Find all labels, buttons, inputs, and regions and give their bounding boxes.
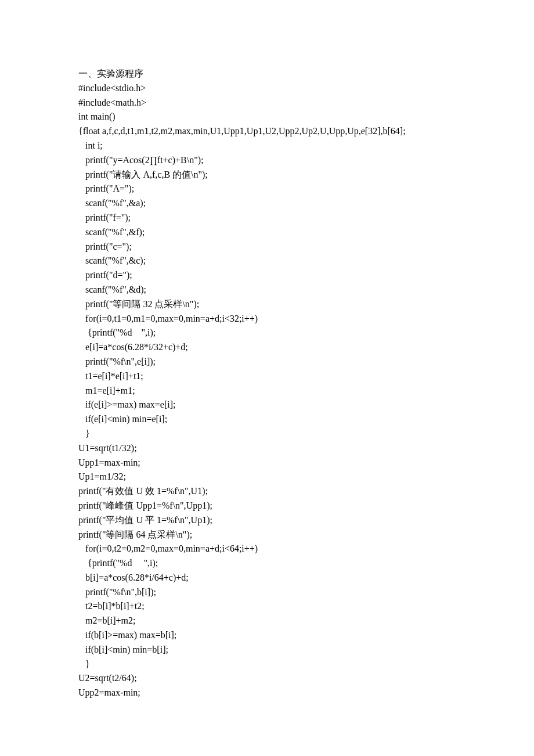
code-line: t2=b[i]*b[i]+t2; [78,599,456,614]
code-line: scanf("%f",&f); [78,225,456,240]
code-line: if(b[i]<min) min=b[i]; [78,643,456,657]
code-line: printf("请输入 A,f,c,B 的值\n"); [78,168,456,182]
code-line: Up1=m1/32; [78,470,456,484]
code-line: 一、实验源程序 [78,67,456,81]
code-block: 一、实验源程序#include<stdio.h>#include<math.h>… [78,67,456,700]
code-line: printf("%f\n",b[i]); [78,585,456,600]
code-line: printf("等间隔 32 点采样\n"); [78,297,456,312]
code-line: printf("%f\n",e[i]); [78,355,456,369]
code-line: } [78,657,456,672]
code-line: if(e[i]<min) min=e[i]; [78,412,456,427]
code-line: printf("d="); [78,268,456,283]
code-line: printf("平均值 U 平 1=%f\n",Up1); [78,513,456,528]
code-line: {float a,f,c,d,t1,m1,t2,m2,max,min,U1,Up… [78,124,456,139]
code-line: {printf("%d ",i); [78,556,456,571]
code-line: scanf("%f",&a); [78,196,456,211]
code-line: printf("等间隔 64 点采样\n"); [78,528,456,542]
code-line: printf("峰峰值 Upp1=%f\n",Upp1); [78,499,456,513]
code-line: m2=b[i]+m2; [78,614,456,628]
code-line: scanf("%f",&d); [78,283,456,297]
code-line: printf("y=Acos(2∏ft+c)+B\n"); [78,153,456,168]
code-line: U2=sqrt(t2/64); [78,671,456,686]
code-line: U1=sqrt(t1/32); [78,441,456,456]
code-line: e[i]=a*cos(6.28*i/32+c)+d; [78,340,456,355]
code-line: scanf("%f",&c); [78,254,456,268]
code-line: {printf("%d ",i); [78,326,456,340]
code-line: int main() [78,110,456,124]
code-line: int i; [78,139,456,153]
code-line: if(b[i]>=max) max=b[i]; [78,628,456,643]
code-line: printf("f="); [78,211,456,225]
code-line: b[i]=a*cos(6.28*i/64+c)+d; [78,571,456,585]
code-line: #include<math.h> [78,96,456,110]
code-line: if(e[i]>=max) max=e[i]; [78,398,456,412]
code-line: printf("c="); [78,240,456,254]
code-line: Upp2=max-min; [78,686,456,700]
code-line: m1=e[i]+m1; [78,384,456,398]
code-line: } [78,427,456,441]
code-line: Upp1=max-min; [78,456,456,470]
code-line: printf("A="); [78,182,456,196]
code-line: for(i=0,t2=0,m2=0,max=0,min=a+d;i<64;i++… [78,542,456,556]
code-line: t1=e[i]*e[i]+t1; [78,369,456,384]
code-line: for(i=0,t1=0,m1=0,max=0,min=a+d;i<32;i++… [78,312,456,326]
code-line: #include<stdio.h> [78,81,456,96]
code-line: printf("有效值 U 效 1=%f\n",U1); [78,484,456,499]
